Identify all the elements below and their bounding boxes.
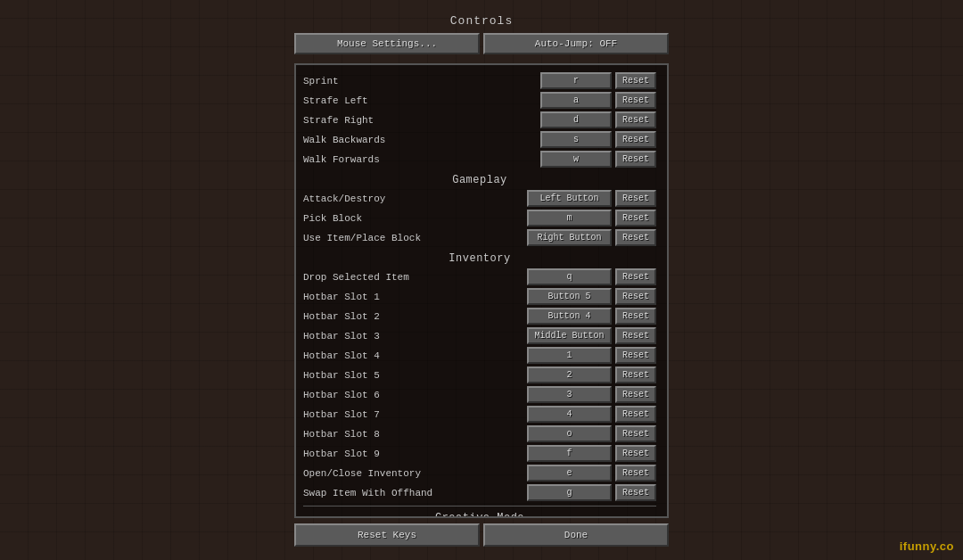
label-hotbar-4: Hotbar Slot 4 bbox=[303, 350, 527, 361]
reset-attack[interactable]: Reset bbox=[615, 190, 656, 207]
section-header-creative: Creative Mode bbox=[303, 512, 656, 518]
key-hotbar-7[interactable]: 4 bbox=[527, 406, 612, 423]
label-open-inventory: Open/Close Inventory bbox=[303, 468, 527, 479]
controls-panel: Controls Mouse Settings... Auto-Jump: OF… bbox=[294, 14, 669, 547]
key-hotbar-9[interactable]: f bbox=[527, 445, 612, 462]
reset-pick-block[interactable]: Reset bbox=[615, 210, 656, 226]
key-open-inventory[interactable]: e bbox=[527, 465, 612, 482]
section-header-inventory: Inventory bbox=[303, 252, 656, 265]
key-swap-offhand[interactable]: g bbox=[527, 484, 612, 501]
ifunny-watermark: ifunny.co bbox=[900, 539, 954, 553]
control-row-walk-backwards: Walk Backwards s Reset bbox=[303, 131, 656, 149]
reset-walk-forwards[interactable]: Reset bbox=[615, 151, 656, 168]
done-button[interactable]: Done bbox=[483, 523, 669, 547]
key-hotbar-1[interactable]: Button 5 bbox=[527, 288, 612, 305]
control-row-open-inventory: Open/Close Inventory e Reset bbox=[303, 465, 656, 482]
reset-strafe-right[interactable]: Reset bbox=[615, 111, 656, 128]
reset-hotbar-8[interactable]: Reset bbox=[615, 425, 656, 442]
auto-jump-button[interactable]: Auto-Jump: OFF bbox=[483, 33, 669, 54]
controls-scroll-area[interactable]: Sprint r Reset Strafe Left a Reset Straf… bbox=[294, 63, 669, 518]
control-row-strafe-left: Strafe Left a Reset bbox=[303, 92, 656, 110]
key-hotbar-6[interactable]: 3 bbox=[527, 386, 612, 403]
control-row-hotbar-6: Hotbar Slot 6 3 Reset bbox=[303, 386, 656, 404]
control-row-walk-forwards: Walk Forwards w Reset bbox=[303, 151, 656, 169]
control-row-pick-block: Pick Block m Reset bbox=[303, 210, 656, 227]
reset-use-item[interactable]: Reset bbox=[615, 229, 656, 246]
control-row-use-item: Use Item/Place Block Right Button Reset bbox=[303, 229, 656, 247]
reset-open-inventory[interactable]: Reset bbox=[615, 465, 656, 482]
reset-keys-button[interactable]: Reset Keys bbox=[294, 523, 480, 547]
control-row-hotbar-2: Hotbar Slot 2 Button 4 Reset bbox=[303, 308, 656, 325]
watermark-text: ifunny.co bbox=[900, 539, 954, 553]
reset-hotbar-4[interactable]: Reset bbox=[615, 347, 656, 364]
control-row-hotbar-3: Hotbar Slot 3 Middle Button Reset bbox=[303, 327, 656, 345]
label-use-item: Use Item/Place Block bbox=[303, 233, 527, 243]
label-hotbar-9: Hotbar Slot 9 bbox=[303, 449, 527, 459]
reset-hotbar-7[interactable]: Reset bbox=[615, 406, 656, 423]
label-drop-item: Drop Selected Item bbox=[303, 272, 527, 283]
key-hotbar-3[interactable]: Middle Button bbox=[527, 327, 612, 344]
reset-hotbar-1[interactable]: Reset bbox=[615, 288, 656, 305]
key-hotbar-8[interactable]: o bbox=[527, 425, 612, 442]
control-row-hotbar-7: Hotbar Slot 7 4 Reset bbox=[303, 406, 656, 424]
reset-sprint[interactable]: Reset bbox=[615, 72, 656, 89]
top-buttons: Mouse Settings... Auto-Jump: OFF bbox=[294, 33, 669, 54]
control-row-sprint: Sprint r Reset bbox=[303, 72, 656, 90]
label-walk-forwards: Walk Forwards bbox=[303, 154, 540, 165]
key-walk-forwards[interactable]: w bbox=[540, 151, 612, 168]
control-row-swap-offhand: Swap Item With Offhand g Reset bbox=[303, 484, 656, 502]
control-row-hotbar-9: Hotbar Slot 9 f Reset bbox=[303, 445, 656, 463]
label-swap-offhand: Swap Item With Offhand bbox=[303, 488, 527, 498]
creative-divider bbox=[303, 506, 656, 506]
label-walk-backwards: Walk Backwards bbox=[303, 135, 540, 145]
label-hotbar-7: Hotbar Slot 7 bbox=[303, 409, 527, 420]
control-row-hotbar-1: Hotbar Slot 1 Button 5 Reset bbox=[303, 288, 656, 306]
label-hotbar-8: Hotbar Slot 8 bbox=[303, 429, 527, 440]
label-attack: Attack/Destroy bbox=[303, 194, 527, 204]
key-strafe-left[interactable]: a bbox=[540, 92, 612, 109]
control-row-hotbar-5: Hotbar Slot 5 2 Reset bbox=[303, 366, 656, 384]
key-walk-backwards[interactable]: s bbox=[540, 131, 612, 148]
reset-walk-backwards[interactable]: Reset bbox=[615, 131, 656, 148]
section-header-gameplay: Gameplay bbox=[303, 174, 656, 186]
reset-hotbar-2[interactable]: Reset bbox=[615, 308, 656, 325]
key-sprint[interactable]: r bbox=[540, 72, 612, 89]
reset-strafe-left[interactable]: Reset bbox=[615, 92, 656, 109]
reset-hotbar-9[interactable]: Reset bbox=[615, 445, 656, 462]
label-hotbar-2: Hotbar Slot 2 bbox=[303, 311, 527, 322]
label-hotbar-5: Hotbar Slot 5 bbox=[303, 370, 527, 381]
key-hotbar-4[interactable]: 1 bbox=[527, 347, 612, 364]
reset-drop-item[interactable]: Reset bbox=[615, 268, 656, 285]
label-strafe-left: Strafe Left bbox=[303, 95, 540, 106]
key-pick-block[interactable]: m bbox=[527, 210, 612, 226]
key-strafe-right[interactable]: d bbox=[540, 111, 612, 128]
reset-hotbar-5[interactable]: Reset bbox=[615, 366, 656, 383]
control-row-attack: Attack/Destroy Left Button Reset bbox=[303, 190, 656, 208]
label-hotbar-6: Hotbar Slot 6 bbox=[303, 390, 527, 400]
controls-list: Sprint r Reset Strafe Left a Reset Straf… bbox=[296, 65, 667, 518]
control-row-hotbar-4: Hotbar Slot 4 1 Reset bbox=[303, 347, 656, 365]
key-hotbar-2[interactable]: Button 4 bbox=[527, 308, 612, 325]
mouse-settings-button[interactable]: Mouse Settings... bbox=[294, 33, 480, 54]
reset-swap-offhand[interactable]: Reset bbox=[615, 484, 656, 501]
label-hotbar-1: Hotbar Slot 1 bbox=[303, 292, 527, 302]
label-sprint: Sprint bbox=[303, 76, 540, 86]
control-row-strafe-right: Strafe Right d Reset bbox=[303, 111, 656, 129]
key-drop-item[interactable]: q bbox=[527, 268, 612, 285]
bottom-buttons: Reset Keys Done bbox=[294, 523, 669, 547]
key-use-item[interactable]: Right Button bbox=[527, 229, 612, 246]
control-row-drop-item: Drop Selected Item q Reset bbox=[303, 268, 656, 286]
control-row-hotbar-8: Hotbar Slot 8 o Reset bbox=[303, 425, 656, 443]
label-hotbar-3: Hotbar Slot 3 bbox=[303, 331, 527, 342]
reset-hotbar-6[interactable]: Reset bbox=[615, 386, 656, 403]
label-strafe-right: Strafe Right bbox=[303, 115, 540, 126]
reset-hotbar-3[interactable]: Reset bbox=[615, 327, 656, 344]
key-attack[interactable]: Left Button bbox=[527, 190, 612, 207]
key-hotbar-5[interactable]: 2 bbox=[527, 366, 612, 383]
label-pick-block: Pick Block bbox=[303, 213, 527, 224]
panel-title: Controls bbox=[294, 14, 669, 28]
